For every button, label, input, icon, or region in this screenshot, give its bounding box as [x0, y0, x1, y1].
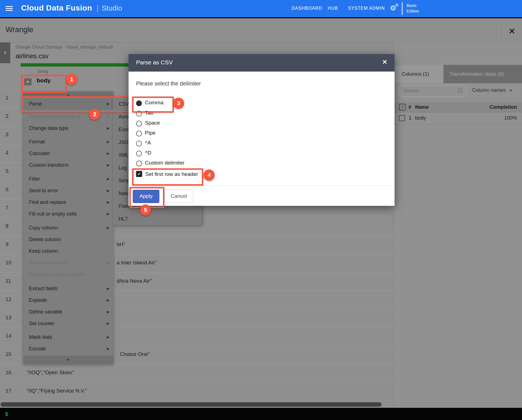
app-bar: Cloud Data Fusion | Studio DASHBOARD HUB…	[0, 0, 522, 17]
chevron-down-icon: ▾	[510, 88, 512, 93]
radio-icon	[136, 121, 142, 126]
annotation-rect-1	[22, 75, 67, 93]
wrangle-header	[0, 18, 522, 42]
menu-item-custom-transform[interactable]: Custom transform▶	[23, 159, 113, 171]
source-breadcrumb: Google Cloud Storage - cloud_storage_def…	[16, 44, 113, 50]
submenu-item-hl7[interactable]: HL7	[114, 212, 202, 225]
annotation-step-5: 5	[140, 204, 151, 216]
menu-item-copy-column[interactable]: Copy column▶	[23, 222, 113, 234]
radio-icon	[136, 151, 142, 156]
menu-scroll-down[interactable]: ▼	[23, 356, 113, 364]
submenu-arrow-icon: ▶	[107, 283, 109, 294]
submenu-arrow-icon: ▶	[107, 196, 109, 208]
product-title: Studio	[102, 4, 122, 12]
menu-item-fill-null-or-empty-cells[interactable]: Fill null or empty cells▶	[23, 208, 113, 220]
search-icon	[457, 88, 463, 95]
menu-item-encode[interactable]: Encode▶	[23, 343, 113, 355]
header-completion: Completion	[490, 104, 517, 110]
header-name: Name	[415, 104, 429, 110]
completion-value: 100%	[504, 115, 517, 121]
submenu-arrow-icon: ▶	[107, 222, 109, 234]
select-all-checkbox[interactable]: ▾	[399, 104, 406, 110]
row-checkbox[interactable]	[399, 115, 405, 121]
annotation-step-1: 1	[66, 74, 77, 85]
collapse-panel-chevron-icon[interactable]: ›	[0, 42, 10, 63]
cloud-data-fusion-wrangler: Cloud Data Fusion | Studio DASHBOARD HUB…	[0, 0, 522, 420]
menu-item-change-data-type[interactable]: Change data type▶	[23, 122, 113, 134]
menu-item-join-two-columns: Join two columns▶	[23, 257, 113, 269]
nav-dashboard[interactable]: DASHBOARD	[292, 6, 322, 11]
brand-title: Cloud Data Fusion	[21, 4, 92, 12]
modal-title: Parse as CSV	[136, 59, 173, 66]
nav-divider	[402, 2, 403, 15]
annotation-step-3: 3	[173, 98, 184, 109]
column-type-label: String	[37, 69, 48, 74]
wrangle-close-icon[interactable]: ✕	[509, 27, 515, 36]
menu-item-explode[interactable]: Explode▶	[23, 294, 113, 306]
menu-item-mask-data[interactable]: Mask data▶	[23, 331, 113, 343]
header-number: #	[408, 104, 411, 110]
submenu-arrow-icon: ▶	[107, 257, 109, 269]
column-names-filter[interactable]: Column names ▾	[472, 87, 512, 93]
page-title: Wrangle	[6, 26, 33, 34]
submenu-arrow-icon: ▶	[107, 306, 109, 318]
menu-item-set-counter[interactable]: Set counter▶	[23, 318, 113, 329]
submenu-arrow-icon: ▶	[107, 173, 109, 185]
menu-item-format[interactable]: Format▶	[23, 136, 113, 148]
cli-prompt: $	[5, 411, 8, 417]
annotation-step-2: 2	[89, 109, 100, 120]
radio-icon	[136, 141, 142, 146]
edition-badge: Basic Edition	[406, 3, 419, 14]
menu-item-delete-column[interactable]: Delete column	[23, 234, 113, 245]
annotation-rect-3	[132, 97, 174, 113]
tab-transformation-steps[interactable]: Transformation steps (0)	[443, 65, 522, 83]
submenu-arrow-icon: ▶	[107, 185, 109, 196]
wrangler-cli[interactable]: $	[0, 408, 522, 420]
panel-table-header: ▾ # Name Completion	[394, 102, 522, 112]
submenu-arrow-icon: ▶	[107, 343, 109, 355]
menu-item-define-variable[interactable]: Define variable▶	[23, 306, 113, 318]
radio-icon	[136, 131, 142, 136]
submenu-arrow-icon: ▶	[107, 136, 109, 148]
horizontal-scrollbar[interactable]	[1, 402, 382, 407]
submenu-arrow-icon: ▶	[107, 159, 109, 171]
submenu-arrow-icon: ▶	[107, 318, 109, 329]
hamburger-menu-icon[interactable]	[6, 6, 13, 11]
submenu-arrow-icon: ▶	[107, 331, 109, 343]
column-search	[398, 85, 467, 97]
brand-divider: |	[97, 4, 99, 12]
submenu-arrow-icon: ▶	[107, 111, 109, 122]
menu-item-keep-column[interactable]: Keep column	[23, 245, 113, 257]
table-row: 17"0Q","Flying Service N.V."	[0, 382, 394, 401]
search-input[interactable]	[403, 87, 454, 95]
radio-icon	[136, 161, 142, 166]
menu-item-filter[interactable]: Filter▶	[23, 173, 113, 185]
nav-system-admin[interactable]: SYSTEM ADMIN	[348, 6, 385, 11]
menu-item-send-to-error[interactable]: Send to error▶	[23, 185, 113, 196]
submenu-arrow-icon: ▶	[107, 122, 109, 134]
modal-prompt: Please select the delimiter	[136, 80, 201, 87]
annotation-rect-4	[132, 168, 203, 186]
annotation-step-4: 4	[204, 169, 215, 181]
menu-item-extract-fields[interactable]: Extract fields▶	[23, 283, 113, 294]
source-filename: airlines.csv	[16, 52, 49, 60]
nav-hub[interactable]: HUB	[328, 6, 338, 11]
menu-item-find-and-replace[interactable]: Find and replace▶	[23, 196, 113, 208]
submenu-arrow-icon: ▶	[107, 294, 109, 306]
wrangle-header-divider	[501, 18, 502, 42]
modal-close-icon[interactable]: ✕	[382, 59, 387, 66]
submenu-arrow-icon: ▶	[107, 208, 109, 220]
column-context-menu: ▲ Parse▶ Set character encoding▶ Change …	[23, 92, 113, 364]
panel-table-row: 1 body 100%	[394, 112, 522, 125]
submenu-arrow-icon: ▶	[107, 148, 109, 159]
tab-columns[interactable]: Columns (1)	[394, 65, 451, 83]
menu-item-swap-two-column-names: Swap two column names	[23, 269, 113, 280]
settings-gear-icon[interactable]: ⚙ ⚙	[390, 4, 400, 13]
modal-cancel-button[interactable]: Cancel	[164, 190, 193, 203]
modal-header: Parse as CSV ✕	[129, 54, 395, 72]
menu-item-calculate[interactable]: Calculate▶	[23, 148, 113, 159]
table-row: 16"0OQ","Open Skies"	[0, 364, 394, 383]
